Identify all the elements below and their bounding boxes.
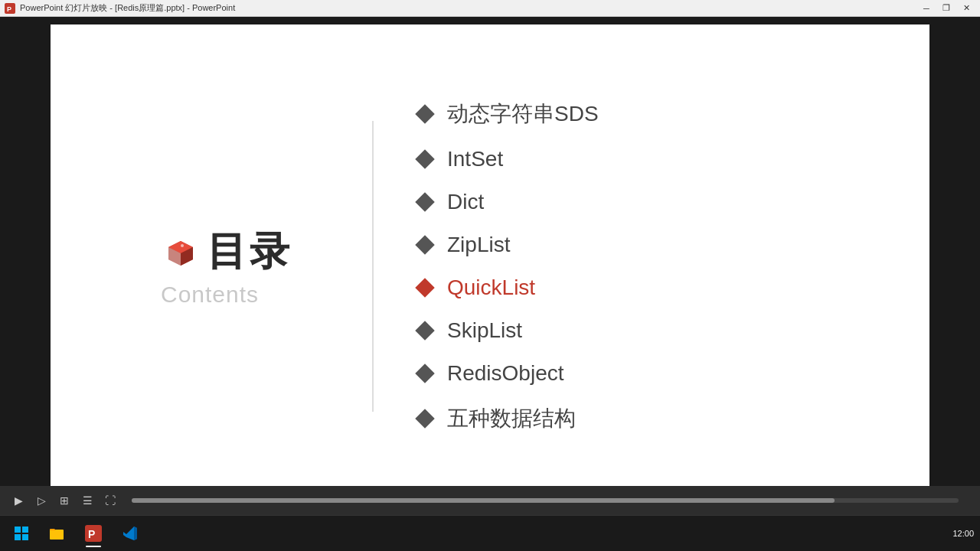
slideshow-start-button[interactable]: ▶ (9, 491, 28, 510)
powerpoint-icon: P (5, 3, 15, 14)
redis-cube-icon (161, 233, 198, 270)
slide-sub-title: Contents (161, 282, 259, 308)
svg-rect-8 (22, 527, 28, 533)
diamond-icon-2 (415, 149, 434, 168)
diamond-icon-7 (415, 364, 434, 383)
content-label-8: 五种数据结构 (447, 404, 576, 433)
slide-right: 动态字符串SDS IntSet Dict ZipList QuickList S… (372, 63, 929, 470)
taskbar-left: P (6, 518, 147, 549)
restore-button[interactable]: ❐ (937, 2, 956, 15)
content-label-6: SkipList (447, 318, 522, 343)
scrollbar-track[interactable] (132, 498, 959, 503)
slide-left: 目录 Contents (51, 24, 372, 507)
system-time: 12:00 (952, 529, 974, 538)
content-label-1: 动态字符串SDS (447, 99, 599, 129)
main-area: 目录 Contents 动态字符串SDS IntSet Dict (0, 17, 980, 515)
title-bar: P PowerPoint 幻灯片放映 - [Redis原理篇.pptx] - P… (0, 0, 980, 17)
taskbar-right: 12:00 (952, 529, 974, 538)
view-grid-button[interactable]: ⊞ (55, 491, 74, 510)
svg-point-6 (181, 244, 184, 247)
vertical-divider (372, 121, 374, 412)
diamond-icon-4 (415, 235, 434, 254)
view-controls: ▶ ▷ ⊞ ☰ ⛶ (9, 491, 119, 510)
taskbar-app-file-explorer[interactable] (40, 518, 74, 549)
scrollbar-thumb (132, 498, 835, 503)
svg-rect-7 (15, 527, 21, 533)
svg-rect-11 (50, 530, 64, 540)
taskbar-app-vscode[interactable] (113, 518, 147, 549)
diamond-icon-3 (415, 192, 434, 211)
start-button[interactable] (6, 518, 37, 549)
diamond-icon-6 (415, 321, 434, 340)
content-label-2: IntSet (447, 147, 503, 171)
list-item: ZipList (418, 227, 884, 263)
title-section: 目录 Contents (161, 225, 292, 308)
taskbar-app-powerpoint[interactable]: P (77, 518, 110, 549)
svg-marker-15 (134, 527, 137, 540)
taskbar: P 12:00 (0, 515, 980, 551)
diamond-icon-1 (415, 104, 434, 123)
close-button[interactable]: ✕ (957, 2, 975, 15)
list-item: Dict (418, 184, 884, 220)
content-label-7: RedisObject (447, 361, 564, 386)
view-fit-button[interactable]: ⛶ (101, 491, 119, 510)
minimize-button[interactable]: ─ (917, 2, 936, 15)
content-label-5-active: QuickList (447, 276, 535, 300)
svg-text:P: P (7, 5, 11, 13)
svg-rect-10 (22, 534, 28, 540)
slideshow-play-button[interactable]: ▷ (32, 491, 51, 510)
content-label-3: Dict (447, 190, 484, 214)
slide-main-title: 目录 (207, 225, 292, 279)
view-list-button[interactable]: ☰ (78, 491, 96, 510)
list-item: 五种数据结构 (418, 398, 884, 439)
list-item: 动态字符串SDS (418, 93, 884, 135)
diamond-icon-5-active (415, 278, 434, 297)
window-title: PowerPoint 幻灯片放映 - [Redis原理篇.pptx] - Pow… (20, 2, 235, 14)
diamond-icon-8 (415, 409, 434, 428)
content-label-4: ZipList (447, 233, 510, 257)
slide-container: 目录 Contents 动态字符串SDS IntSet Dict (51, 24, 929, 507)
title-with-icon: 目录 (161, 225, 292, 279)
bottom-controls: ▶ ▷ ⊞ ☰ ⛶ (0, 486, 980, 515)
list-item: RedisObject (418, 355, 884, 392)
list-item: SkipList (418, 312, 884, 349)
title-bar-controls: ─ ❐ ✕ (917, 2, 975, 15)
list-item-active: QuickList (418, 269, 884, 306)
svg-text:P: P (88, 528, 95, 540)
list-item: IntSet (418, 141, 884, 178)
svg-rect-9 (15, 534, 21, 540)
title-bar-left: P PowerPoint 幻灯片放映 - [Redis原理篇.pptx] - P… (5, 2, 235, 14)
